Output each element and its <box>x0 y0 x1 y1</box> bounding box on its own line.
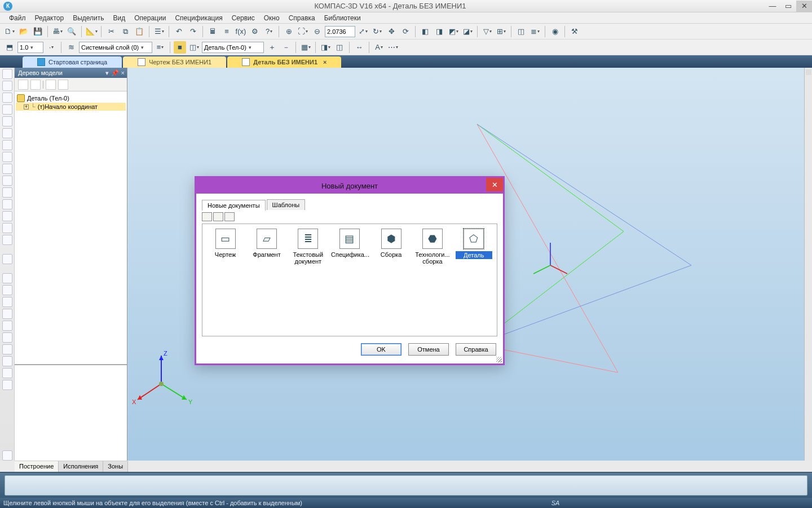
part-add-button[interactable]: ＋ <box>266 41 278 54</box>
menu-ops[interactable]: Операции <box>130 13 170 23</box>
doc-fragment[interactable]: ▱ Фрагмент <box>248 229 285 258</box>
ts-btn-10[interactable] <box>2 176 12 186</box>
scale-combo[interactable]: 1.0 <box>17 42 43 53</box>
tab-part[interactable]: Деталь БЕЗ ИМЕНИ1 × <box>227 56 341 68</box>
tool-a-button[interactable]: ⚙ <box>249 25 261 38</box>
copy-button[interactable]: ⧉ <box>119 25 131 38</box>
menu-service[interactable]: Сервис <box>227 13 259 23</box>
vars-button[interactable]: ≡ <box>220 25 233 38</box>
resize-grip-icon[interactable] <box>496 357 502 362</box>
ok-button[interactable]: OK <box>361 343 401 356</box>
t-yellow-button[interactable]: ◫ <box>515 25 527 38</box>
help-button[interactable]: Справка <box>456 343 496 356</box>
doc-drawing[interactable]: ▭ Чертеж <box>207 229 244 258</box>
ts-btn-17[interactable] <box>2 273 12 283</box>
fx-button[interactable]: f(x) <box>235 25 247 38</box>
cube-3-button[interactable]: ◩ <box>447 25 460 38</box>
part-del-button[interactable]: － <box>280 41 292 54</box>
part-combo[interactable]: Деталь (Тел-0) <box>202 42 264 53</box>
part-icon[interactable]: ◫ <box>188 41 200 54</box>
ts-btn-19[interactable] <box>2 297 12 307</box>
refresh-button[interactable]: ⟳ <box>399 25 412 38</box>
cube-2-button[interactable]: ◨ <box>433 25 445 38</box>
zoom-in-button[interactable]: ⊕ <box>283 25 295 38</box>
menu-edit[interactable]: Редактор <box>30 13 69 23</box>
ts-btn-6[interactable] <box>2 128 12 138</box>
ts-btn-22[interactable] <box>2 332 12 343</box>
document-type-list[interactable]: ▭ Чертеж ▱ Фрагмент ≣ Текстовыйдокумент … <box>202 224 497 336</box>
dim-button[interactable]: ↔ <box>353 41 365 54</box>
doc-part[interactable]: ⬠ Деталь <box>456 229 492 259</box>
ts-btn-7[interactable] <box>2 140 12 150</box>
right-scroll-strip[interactable] <box>804 68 812 461</box>
ts-btn-25[interactable] <box>2 368 12 378</box>
zoom-input[interactable] <box>325 26 355 37</box>
expand-icon[interactable]: + <box>24 104 29 110</box>
ts-btn-11[interactable] <box>2 187 12 198</box>
maximize-button[interactable]: ▭ <box>780 1 796 12</box>
property-panel-inner[interactable] <box>5 475 807 496</box>
ts-btn-14[interactable] <box>2 223 12 233</box>
layer-icon[interactable]: ≋ <box>65 41 77 54</box>
tree-root[interactable]: Деталь (Тел-0) <box>16 94 126 103</box>
panel-dropdown-icon[interactable]: ▾ <box>105 69 109 77</box>
close-button[interactable]: ✕ <box>796 1 812 12</box>
panel-pin-icon[interactable]: 📌 <box>111 69 119 77</box>
paste-button[interactable]: 📋 <box>133 25 145 38</box>
view-large-icons[interactable] <box>202 212 212 221</box>
menu-file[interactable]: Файл <box>5 13 30 23</box>
filter-button[interactable]: ▽ <box>481 25 493 38</box>
panel-close-icon[interactable]: × <box>121 69 125 77</box>
ts-btn-21[interactable] <box>2 321 12 331</box>
zoom-out-button[interactable]: ⊖ <box>311 25 323 38</box>
dialog-titlebar[interactable]: Новый документ ✕ <box>196 178 503 194</box>
snap-button[interactable]: ⊞ <box>495 25 508 38</box>
doc-text[interactable]: ≣ Текстовыйдокумент <box>290 229 326 265</box>
menu-help[interactable]: Справка <box>284 13 320 23</box>
ts-btn-2[interactable] <box>2 81 12 91</box>
zoom-scale-button[interactable]: ⤢ <box>357 25 369 38</box>
doc-spec[interactable]: ▤ Специфика... <box>331 229 368 258</box>
menu-libs[interactable]: Библиотеки <box>320 13 365 23</box>
zoom-fit-button[interactable]: ⛶ <box>297 25 309 38</box>
cut-button[interactable]: ✂ <box>105 25 117 38</box>
menu-window[interactable]: Окно <box>259 13 284 23</box>
doc-assembly[interactable]: ⬢ Сборка <box>373 229 409 258</box>
proj2-button[interactable]: ◫ <box>333 41 346 54</box>
scale-step-button[interactable]: · <box>45 41 58 54</box>
tree-toolbar-btn-4[interactable] <box>58 80 68 90</box>
help-context-button[interactable]: ? <box>263 25 275 38</box>
ts-btn-15[interactable] <box>2 235 12 245</box>
open-button[interactable]: 📂 <box>17 25 30 38</box>
t-settings-button[interactable]: ⚒ <box>568 25 581 38</box>
cube-1-button[interactable]: ◧ <box>419 25 431 38</box>
redo-button[interactable]: ↷ <box>187 25 199 38</box>
dialog-tab-templates[interactable]: Шаблоны <box>267 199 306 210</box>
tab-start-page[interactable]: Стартовая страница <box>23 56 122 68</box>
view-small-icons[interactable] <box>213 212 223 221</box>
rotate-button[interactable]: ↻ <box>371 25 383 38</box>
preview-button[interactable]: 🔍 <box>65 25 78 38</box>
ts-btn-3[interactable] <box>2 93 12 103</box>
tab-zones[interactable]: Зоны <box>103 461 128 472</box>
new-doc-button[interactable]: 🗋 <box>3 25 16 38</box>
cancel-button[interactable]: Отмена <box>408 343 449 356</box>
ts-btn-12[interactable] <box>2 199 12 209</box>
ts-btn-9[interactable] <box>2 164 12 174</box>
minimize-button[interactable]: — <box>765 1 780 12</box>
ts-btn-13[interactable] <box>2 211 12 221</box>
ts-btn-4[interactable] <box>2 104 12 115</box>
tab-drawing[interactable]: Чертеж БЕЗ ИМЕНИ1 <box>123 56 226 68</box>
tab-construction[interactable]: Построение <box>15 461 59 472</box>
rs-top-icon[interactable] <box>806 69 811 75</box>
calc-button[interactable]: 🖩 <box>206 25 219 38</box>
hatch-button[interactable]: ▦ <box>299 41 312 54</box>
dialog-tab-new[interactable]: Новые документы <box>202 200 266 211</box>
ts-btn-18[interactable] <box>2 285 12 295</box>
text-button[interactable]: A <box>373 41 385 54</box>
ts-btn-bottom[interactable] <box>2 450 12 461</box>
tab-variants[interactable]: Исполнения <box>59 461 103 472</box>
tree-toolbar-btn-2[interactable] <box>30 80 41 90</box>
proj-button[interactable]: ◨ <box>319 41 332 54</box>
ts-btn-23[interactable] <box>2 344 12 354</box>
